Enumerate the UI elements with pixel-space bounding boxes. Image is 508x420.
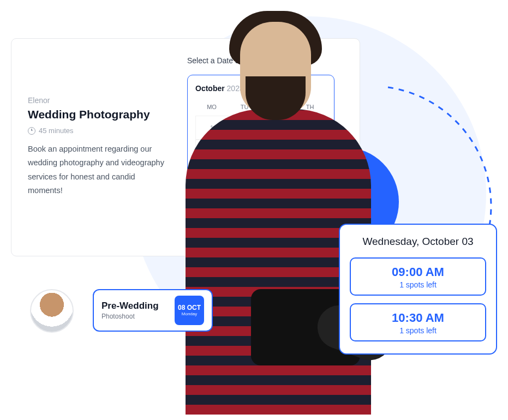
prewedding-text: Pre-Wedding Photoshoot — [101, 301, 159, 320]
service-title: Wedding Photography — [28, 108, 170, 121]
service-description: Book an appointment regarding our weddin… — [28, 142, 170, 198]
prewedding-card[interactable]: Pre-Wedding Photoshoot 08 OCT Monday — [93, 289, 213, 332]
avatar — [30, 289, 74, 333]
date-badge: 08 OCT Monday — [175, 296, 204, 325]
timeslots-card: Wednesday, October 03 09:00 AM 1 spots l… — [339, 224, 497, 355]
duration-text: 45 minutes — [39, 127, 74, 135]
timeslot-time: 09:00 AM — [356, 265, 480, 279]
provider-name: Elenor — [28, 96, 170, 105]
timeslot-option[interactable]: 10:30 AM 1 spots left — [350, 303, 486, 341]
prewedding-title: Pre-Wedding — [101, 301, 159, 311]
photographer-image — [164, 5, 393, 420]
badge-day: Monday — [182, 311, 197, 316]
booking-info: Elenor Wedding Photography 45 minutes Bo… — [28, 55, 170, 239]
clock-icon — [28, 127, 35, 135]
duration-row: 45 minutes — [28, 127, 170, 135]
badge-date: 08 OCT — [178, 304, 201, 311]
timeslot-spots: 1 spots left — [356, 326, 480, 335]
timeslot-option[interactable]: 09:00 AM 1 spots left — [350, 257, 486, 296]
timeslot-spots: 1 spots left — [356, 280, 480, 289]
prewedding-subtitle: Photoshoot — [101, 313, 159, 320]
dashed-arc-decoration — [377, 82, 508, 245]
timeslots-heading: Wednesday, October 03 — [350, 236, 486, 248]
timeslot-time: 10:30 AM — [356, 311, 480, 325]
